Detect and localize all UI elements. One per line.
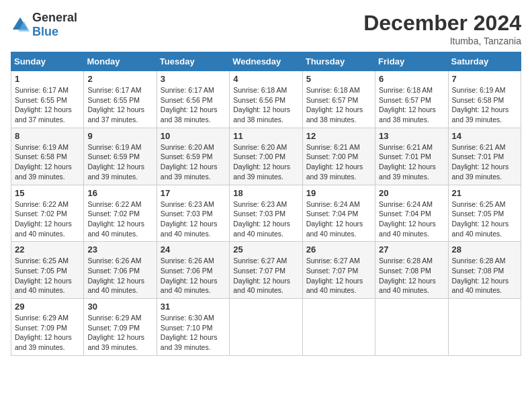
day-number: 30: [87, 302, 152, 312]
day-number: 17: [161, 188, 226, 198]
day-info: Sunrise: 6:20 AM Sunset: 7:00 PM Dayligh…: [233, 142, 298, 182]
day-number: 3: [161, 74, 226, 84]
calendar-day-cell: 27 Sunrise: 6:28 AM Sunset: 7:08 PM Dayl…: [375, 242, 448, 299]
day-info: Sunrise: 6:19 AM Sunset: 6:59 PM Dayligh…: [87, 142, 152, 182]
day-info: Sunrise: 6:26 AM Sunset: 7:06 PM Dayligh…: [87, 256, 152, 295]
day-info: Sunrise: 6:19 AM Sunset: 6:58 PM Dayligh…: [452, 85, 517, 125]
day-number: 7: [452, 74, 517, 84]
day-number: 5: [306, 74, 371, 84]
day-info: Sunrise: 6:19 AM Sunset: 6:58 PM Dayligh…: [15, 142, 80, 182]
logo-blue: Blue: [32, 25, 58, 38]
calendar-day-cell: 19 Sunrise: 6:24 AM Sunset: 7:04 PM Dayl…: [302, 185, 375, 242]
day-number: 1: [15, 74, 80, 84]
day-info: Sunrise: 6:26 AM Sunset: 7:06 PM Dayligh…: [161, 256, 226, 295]
calendar-day-cell: 24 Sunrise: 6:26 AM Sunset: 7:06 PM Dayl…: [157, 242, 229, 299]
calendar-row: 29 Sunrise: 6:29 AM Sunset: 7:09 PM Dayl…: [11, 299, 521, 356]
empty-cell: [230, 299, 302, 356]
calendar-day-cell: 20 Sunrise: 6:24 AM Sunset: 7:04 PM Dayl…: [375, 185, 448, 242]
day-info: Sunrise: 6:21 AM Sunset: 7:01 PM Dayligh…: [452, 142, 517, 182]
calendar-day-cell: 13 Sunrise: 6:21 AM Sunset: 7:01 PM Dayl…: [375, 128, 448, 185]
day-info: Sunrise: 6:29 AM Sunset: 7:09 PM Dayligh…: [87, 313, 152, 353]
day-number: 14: [452, 131, 517, 141]
calendar-day-cell: 25 Sunrise: 6:27 AM Sunset: 7:07 PM Dayl…: [230, 242, 302, 299]
calendar-day-cell: 7 Sunrise: 6:19 AM Sunset: 6:58 PM Dayli…: [448, 71, 521, 128]
calendar-day-cell: 31 Sunrise: 6:30 AM Sunset: 7:10 PM Dayl…: [157, 299, 229, 356]
day-info: Sunrise: 6:17 AM Sunset: 6:56 PM Dayligh…: [161, 85, 226, 125]
calendar-day-cell: 8 Sunrise: 6:19 AM Sunset: 6:58 PM Dayli…: [11, 128, 84, 185]
day-info: Sunrise: 6:21 AM Sunset: 7:01 PM Dayligh…: [379, 142, 444, 182]
day-number: 11: [233, 131, 298, 141]
col-friday: Friday: [375, 52, 448, 71]
title-area: December 2024 Itumba, Tanzania: [363, 11, 521, 46]
day-number: 24: [161, 244, 226, 255]
calendar-day-cell: 6 Sunrise: 6:18 AM Sunset: 6:57 PM Dayli…: [375, 71, 448, 128]
day-number: 21: [452, 188, 517, 198]
month-title: December 2024: [363, 11, 521, 36]
day-number: 15: [15, 188, 80, 198]
logo-text: General Blue: [32, 11, 77, 39]
col-thursday: Thursday: [302, 52, 375, 71]
day-info: Sunrise: 6:25 AM Sunset: 7:05 PM Dayligh…: [15, 256, 80, 295]
calendar-day-cell: 29 Sunrise: 6:29 AM Sunset: 7:09 PM Dayl…: [11, 299, 84, 356]
calendar-table: Sunday Monday Tuesday Wednesday Thursday…: [11, 52, 521, 356]
logo-general: General: [32, 11, 77, 24]
calendar-row: 1 Sunrise: 6:17 AM Sunset: 6:55 PM Dayli…: [11, 71, 521, 128]
day-number: 6: [379, 74, 444, 84]
day-number: 4: [233, 74, 298, 84]
day-number: 9: [87, 131, 152, 141]
calendar-day-cell: 9 Sunrise: 6:19 AM Sunset: 6:59 PM Dayli…: [84, 128, 157, 185]
day-number: 18: [233, 188, 298, 198]
logo: General Blue: [11, 11, 77, 39]
page-header: General Blue December 2024 Itumba, Tanza…: [11, 11, 521, 46]
calendar-row: 15 Sunrise: 6:22 AM Sunset: 7:02 PM Dayl…: [11, 185, 521, 242]
calendar-day-cell: 5 Sunrise: 6:18 AM Sunset: 6:57 PM Dayli…: [302, 71, 375, 128]
calendar-day-cell: 11 Sunrise: 6:20 AM Sunset: 7:00 PM Dayl…: [230, 128, 302, 185]
calendar-day-cell: 17 Sunrise: 6:23 AM Sunset: 7:03 PM Dayl…: [157, 185, 229, 242]
day-number: 12: [306, 131, 371, 141]
day-info: Sunrise: 6:24 AM Sunset: 7:04 PM Dayligh…: [306, 199, 371, 239]
calendar-day-cell: 1 Sunrise: 6:17 AM Sunset: 6:55 PM Dayli…: [11, 71, 84, 128]
calendar-day-cell: 12 Sunrise: 6:21 AM Sunset: 7:00 PM Dayl…: [302, 128, 375, 185]
calendar-day-cell: 28 Sunrise: 6:28 AM Sunset: 7:08 PM Dayl…: [448, 242, 521, 299]
day-info: Sunrise: 6:30 AM Sunset: 7:10 PM Dayligh…: [161, 313, 226, 353]
col-wednesday: Wednesday: [230, 52, 302, 71]
day-info: Sunrise: 6:23 AM Sunset: 7:03 PM Dayligh…: [233, 199, 298, 239]
day-info: Sunrise: 6:20 AM Sunset: 6:59 PM Dayligh…: [161, 142, 226, 182]
day-info: Sunrise: 6:29 AM Sunset: 7:09 PM Dayligh…: [15, 313, 80, 353]
day-number: 29: [15, 302, 80, 312]
day-info: Sunrise: 6:18 AM Sunset: 6:57 PM Dayligh…: [306, 85, 371, 125]
calendar-day-cell: 21 Sunrise: 6:25 AM Sunset: 7:05 PM Dayl…: [448, 185, 521, 242]
calendar-day-cell: 10 Sunrise: 6:20 AM Sunset: 6:59 PM Dayl…: [157, 128, 229, 185]
day-info: Sunrise: 6:25 AM Sunset: 7:05 PM Dayligh…: [452, 199, 517, 239]
day-info: Sunrise: 6:17 AM Sunset: 6:55 PM Dayligh…: [15, 85, 80, 125]
col-sunday: Sunday: [11, 52, 84, 71]
calendar-day-cell: 15 Sunrise: 6:22 AM Sunset: 7:02 PM Dayl…: [11, 185, 84, 242]
day-number: 22: [15, 244, 80, 255]
calendar-day-cell: 14 Sunrise: 6:21 AM Sunset: 7:01 PM Dayl…: [448, 128, 521, 185]
day-number: 31: [161, 302, 226, 312]
day-info: Sunrise: 6:27 AM Sunset: 7:07 PM Dayligh…: [233, 256, 298, 295]
day-info: Sunrise: 6:21 AM Sunset: 7:00 PM Dayligh…: [306, 142, 371, 182]
col-saturday: Saturday: [448, 52, 521, 71]
day-info: Sunrise: 6:24 AM Sunset: 7:04 PM Dayligh…: [379, 199, 444, 239]
calendar-row: 22 Sunrise: 6:25 AM Sunset: 7:05 PM Dayl…: [11, 242, 521, 299]
col-tuesday: Tuesday: [157, 52, 229, 71]
calendar-day-cell: 22 Sunrise: 6:25 AM Sunset: 7:05 PM Dayl…: [11, 242, 84, 299]
calendar-day-cell: 23 Sunrise: 6:26 AM Sunset: 7:06 PM Dayl…: [84, 242, 157, 299]
day-number: 10: [161, 131, 226, 141]
empty-cell: [448, 299, 521, 356]
col-monday: Monday: [84, 52, 157, 71]
logo-icon: [11, 15, 30, 34]
day-info: Sunrise: 6:22 AM Sunset: 7:02 PM Dayligh…: [15, 199, 80, 239]
day-info: Sunrise: 6:28 AM Sunset: 7:08 PM Dayligh…: [379, 256, 444, 295]
calendar-header-row: Sunday Monday Tuesday Wednesday Thursday…: [11, 52, 521, 71]
calendar-day-cell: 26 Sunrise: 6:27 AM Sunset: 7:07 PM Dayl…: [302, 242, 375, 299]
calendar-day-cell: 2 Sunrise: 6:17 AM Sunset: 6:55 PM Dayli…: [84, 71, 157, 128]
day-number: 28: [452, 244, 517, 255]
day-number: 20: [379, 188, 444, 198]
calendar-day-cell: 3 Sunrise: 6:17 AM Sunset: 6:56 PM Dayli…: [157, 71, 229, 128]
day-info: Sunrise: 6:27 AM Sunset: 7:07 PM Dayligh…: [306, 256, 371, 295]
calendar-day-cell: 18 Sunrise: 6:23 AM Sunset: 7:03 PM Dayl…: [230, 185, 302, 242]
day-number: 23: [87, 244, 152, 255]
day-number: 19: [306, 188, 371, 198]
